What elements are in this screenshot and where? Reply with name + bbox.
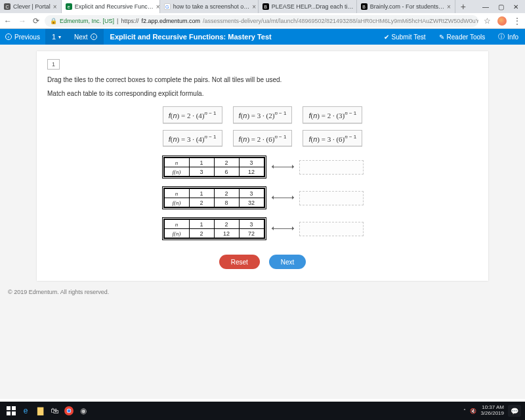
tab-title: how to take a screenshot o…: [173, 3, 250, 10]
volume-icon[interactable]: 🔇: [470, 408, 476, 414]
system-tray[interactable]: ˄ 🔇 10:37 AM 3/26/2019 💬: [463, 405, 521, 417]
favicon-icon: G: [164, 3, 171, 10]
clock[interactable]: 10:37 AM 3/26/2019: [480, 405, 504, 417]
drop-slot[interactable]: [299, 222, 364, 236]
close-icon[interactable]: ×: [156, 3, 160, 10]
formula-tile[interactable]: f(n) = 3 · (2)n − 1: [233, 106, 293, 123]
question-number: 1: [52, 33, 56, 41]
formula-tile[interactable]: f(n) = 2 · (3)n − 1: [303, 106, 362, 123]
check-icon: ✔: [384, 33, 389, 41]
store-icon[interactable]: 🛍: [47, 404, 62, 418]
file-explorer-icon[interactable]: ▇: [33, 404, 47, 418]
new-tab-button[interactable]: +: [455, 1, 471, 12]
drop-slot[interactable]: [299, 160, 364, 175]
drop-slot[interactable]: [299, 191, 364, 205]
svg-rect-0: [7, 406, 10, 410]
copyright: © 2019 Edmentum. All rights reserved.: [0, 284, 525, 301]
question-card: 1 Drag the tiles to the correct boxes to…: [37, 51, 488, 281]
back-icon[interactable]: ←: [4, 16, 12, 26]
submit-test-button[interactable]: ✔ Submit Test: [377, 33, 432, 41]
chevron-left-icon: ‹: [5, 33, 12, 40]
chrome-icon[interactable]: [62, 404, 76, 418]
url-scheme: https://: [121, 18, 138, 24]
edge-icon[interactable]: e: [18, 404, 33, 418]
reset-button[interactable]: Reset: [219, 255, 260, 269]
close-icon[interactable]: ×: [252, 3, 256, 10]
browser-tab[interactable]: C Clever | Portal ×: [0, 0, 62, 13]
reader-tools-button[interactable]: ✎ Reader Tools: [432, 33, 492, 41]
browser-tab[interactable]: B Brainly.com - For students… ×: [357, 0, 455, 13]
match-pair: n123 f(n)3612: [162, 156, 364, 178]
svg-rect-1: [12, 406, 16, 410]
favicon-icon: C: [4, 3, 10, 10]
info-label: Info: [507, 33, 518, 41]
tab-title: Explicit and Recursive Func…: [75, 3, 154, 10]
steam-icon[interactable]: ◉: [76, 404, 91, 418]
formula-tile[interactable]: f(n) = 3 · (6)n − 1: [303, 130, 362, 147]
reader-label: Reader Tools: [447, 33, 486, 41]
tab-title: Clever | Portal: [13, 3, 51, 10]
browser-tab[interactable]: G how to take a screenshot o… ×: [160, 0, 259, 13]
url-domain: f2.app.edmentum.com: [141, 18, 200, 24]
tab-strip: C Clever | Portal × e Explicit and Recur…: [0, 0, 525, 13]
forward-icon[interactable]: →: [18, 16, 26, 26]
action-buttons: Reset Next: [47, 255, 478, 269]
info-button[interactable]: ⓘ Info: [492, 32, 525, 41]
windows-taskbar: e ▇ 🛍 ◉ ˄ 🔇 10:37 AM 3/26/2019 💬: [0, 402, 525, 420]
favicon-icon: B: [262, 3, 269, 10]
svg-rect-3: [12, 411, 16, 415]
notifications-icon[interactable]: 💬: [508, 405, 521, 417]
chevron-down-icon: ▾: [58, 34, 61, 40]
close-icon[interactable]: ×: [447, 3, 451, 10]
svg-rect-2: [7, 411, 10, 415]
url-path: /assessments-delivery/ua/mt/launch/48969…: [203, 18, 478, 24]
tray-chevron-icon[interactable]: ˄: [463, 408, 466, 414]
address-bar-row: ← → ⟳ 🔒 Edmentum, Inc. [US] | https://f2…: [0, 13, 525, 29]
question-number-selector[interactable]: 1 ▾: [45, 29, 68, 45]
page-title: Explicit and Recursive Functions: Master…: [104, 33, 278, 41]
site-identity: Edmentum, Inc. [US]: [60, 18, 114, 24]
chevron-right-icon: ›: [91, 33, 97, 40]
previous-button[interactable]: ‹ Previous: [0, 29, 45, 45]
tab-title: Brainly.com - For students…: [370, 3, 444, 10]
browser-tab[interactable]: e Explicit and Recursive Func… ×: [62, 0, 160, 13]
svg-point-6: [68, 410, 71, 413]
previous-label: Previous: [14, 33, 40, 41]
reload-icon[interactable]: ⟳: [33, 16, 39, 26]
tab-title: PLEASE HELP...Drag each ti…: [272, 3, 354, 10]
match-pair: n123 f(n)2832: [162, 186, 364, 209]
browser-tab[interactable]: B PLEASE HELP...Drag each ti… ×: [259, 0, 357, 13]
pairs-area: n123 f(n)3612 n123 f(n)2832: [47, 156, 478, 240]
tile-row: f(n) = 2 · (4)n − 1 f(n) = 3 · (2)n − 1 …: [47, 106, 478, 123]
value-table: n123 f(n)2832: [162, 186, 266, 209]
close-icon[interactable]: ×: [53, 3, 57, 10]
tile-row: f(n) = 3 · (4)n − 1 f(n) = 2 · (6)n − 1 …: [47, 130, 478, 147]
minimize-icon[interactable]: —: [482, 3, 489, 10]
next-label: Next: [74, 33, 88, 41]
double-arrow-icon: [272, 228, 294, 229]
value-table: n123 f(n)21272: [162, 217, 266, 240]
browser-chrome: C Clever | Portal × e Explicit and Recur…: [0, 0, 525, 29]
formula-tile[interactable]: f(n) = 3 · (4)n − 1: [163, 130, 222, 147]
double-arrow-icon: [272, 198, 294, 198]
star-icon[interactable]: ☆: [484, 16, 491, 26]
url-sep: |: [117, 18, 118, 24]
profile-avatar[interactable]: [497, 16, 507, 26]
info-icon: ⓘ: [498, 32, 505, 41]
double-arrow-icon: [272, 167, 294, 167]
pencil-icon: ✎: [439, 33, 444, 41]
address-bar[interactable]: 🔒 Edmentum, Inc. [US] | https://f2.app.e…: [45, 15, 478, 27]
menu-icon[interactable]: ⋮: [513, 16, 521, 26]
next-button[interactable]: Next ›: [68, 29, 104, 45]
favicon-icon: B: [361, 3, 368, 10]
maximize-icon[interactable]: ▢: [498, 3, 504, 10]
content-area: 1 Drag the tiles to the correct boxes to…: [0, 45, 525, 399]
lock-icon: 🔒: [50, 18, 57, 24]
submit-label: Submit Test: [392, 33, 426, 41]
close-window-icon[interactable]: ✕: [513, 3, 518, 10]
next-question-button[interactable]: Next: [269, 255, 306, 269]
value-table: n123 f(n)3612: [162, 156, 266, 178]
formula-tile[interactable]: f(n) = 2 · (6)n − 1: [233, 130, 293, 147]
start-button[interactable]: [4, 404, 18, 418]
formula-tile[interactable]: f(n) = 2 · (4)n − 1: [163, 106, 222, 123]
